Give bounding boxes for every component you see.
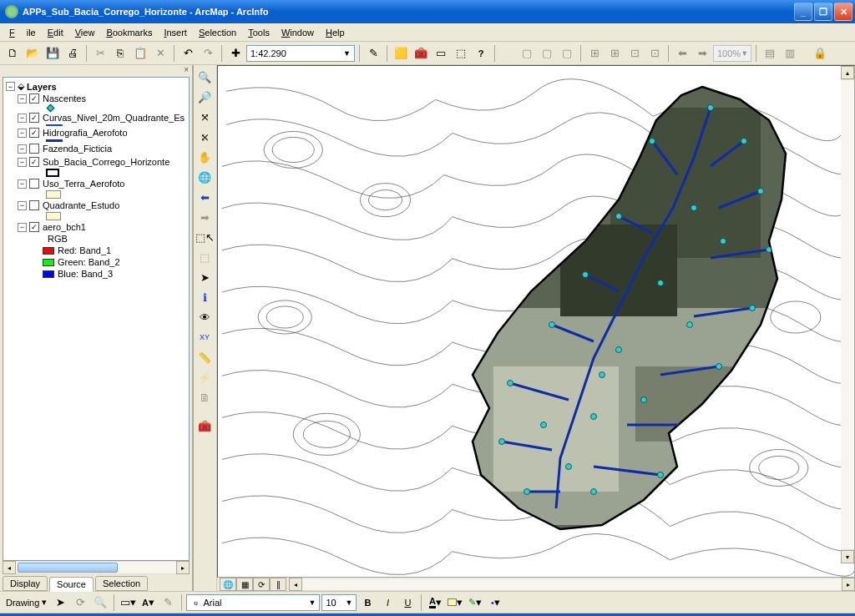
collapse-icon[interactable]: − [18,129,27,138]
layer-checkbox[interactable] [29,179,39,189]
find-button[interactable]: 👁 [195,308,214,326]
layer-name[interactable]: Fazenda_Ficticia [43,144,112,154]
font-color-button[interactable]: A▾ [426,593,444,612]
layer-checkbox[interactable] [29,113,39,123]
copy-button[interactable]: ⎘ [111,44,129,63]
collapse-icon[interactable]: − [18,158,27,167]
command-line-button[interactable]: ▭ [432,44,450,63]
select-elements-button[interactable]: ➤ [51,593,69,612]
scroll-left-button[interactable]: ◂ [289,578,302,591]
layout-btn6[interactable]: ⊡ [625,44,644,63]
toc-h-scrollbar[interactable]: ◂ ▸ [3,561,190,574]
collapse-icon[interactable]: − [18,114,27,123]
layer-checkbox[interactable] [29,144,39,154]
print-button[interactable]: 🖨 [63,44,82,63]
toc-tree[interactable]: − ⬙ Layers −Nascentes −Curvas_Nivel_20m_… [3,77,190,561]
drawing-label[interactable]: Drawing ▾ [3,595,49,609]
layout-view-button[interactable]: ▦ [236,578,253,591]
layer-checkbox[interactable] [29,128,39,138]
model-builder-button[interactable]: ⬚ [452,44,470,63]
layer-name[interactable]: Uso_Terra_Aerofoto [43,179,124,189]
rotate-button[interactable]: ⟳ [71,593,89,612]
menu-bookmarks[interactable]: Bookmarks [100,26,158,39]
chevron-down-icon[interactable]: ▼ [343,49,351,58]
map-scale-input[interactable]: 1:42.290 ▼ [246,45,355,62]
chevron-down-icon[interactable]: ▼ [346,598,353,607]
arctoolbox-button[interactable]: 🧰 [412,44,430,63]
layer-name[interactable]: Curvas_Nivel_20m_Quadrante_Es [43,113,185,123]
font-size-select[interactable]: 10 ▼ [321,594,357,611]
delete-button[interactable]: ✕ [151,44,169,63]
collapse-icon[interactable]: − [18,201,27,210]
full-extent-button[interactable]: 🌐 [195,168,214,186]
menu-help[interactable]: Help [320,26,351,39]
fixed-zoom-out-button[interactable]: ⤪ [195,128,214,146]
lock-button[interactable]: 🔒 [811,44,829,63]
layout-btn4[interactable]: ⊞ [585,44,604,63]
minimize-button[interactable]: _ [794,3,812,21]
identify-button[interactable]: ℹ [195,288,214,306]
tab-selection[interactable]: Selection [95,576,148,591]
map-v-scrollbar[interactable]: ▴ ▾ [841,66,854,563]
data-view-button[interactable]: 🌐 [220,578,236,591]
bold-button[interactable]: B [358,593,377,612]
edit-vertices-button[interactable]: ✎ [159,593,177,612]
italic-button[interactable]: I [378,593,397,612]
menu-window[interactable]: Window [276,26,320,39]
new-text-button[interactable]: A▾ [139,593,157,612]
layout-btn2[interactable]: ▢ [538,44,556,63]
menu-file[interactable]: File [3,26,42,39]
hyperlink-button[interactable]: ⚡ [195,368,214,386]
prev-extent-button[interactable]: ⬅ [673,44,691,63]
fill-color-button[interactable]: ▾ [446,593,464,612]
arccatalog-button[interactable]: 🟨 [392,44,410,63]
menu-tools[interactable]: Tools [242,26,276,39]
pause-draw-button[interactable]: ‖ [270,578,286,591]
line-color-button[interactable]: ✎▾ [466,593,484,612]
open-button[interactable]: 📂 [23,44,42,63]
cut-button[interactable]: ✂ [91,44,109,63]
scroll-right-button[interactable]: ▸ [176,561,190,574]
map-canvas[interactable]: ▴ ▾ [217,65,855,578]
layer-name[interactable]: aero_bch1 [43,222,86,232]
marker-color-button[interactable]: •▾ [486,593,504,612]
fixed-zoom-in-button[interactable]: ⤧ [195,108,214,126]
select-elements-button[interactable]: ➤ [195,268,214,286]
layer-checkbox[interactable] [29,93,39,104]
maximize-button[interactable]: ❐ [814,3,832,21]
arctoolbox-window-button[interactable]: 🧰 [195,417,214,435]
measure-button[interactable]: 📏 [195,348,214,366]
underline-button[interactable]: U [398,593,417,612]
layout-btn7[interactable]: ⊡ [645,44,664,63]
whats-this-button[interactable]: ? [472,44,490,63]
collapse-icon[interactable]: − [18,144,27,154]
layer-checkbox[interactable] [29,157,39,167]
layer-checkbox[interactable] [29,200,39,210]
toc-close-button[interactable]: × [0,65,192,77]
select-features-button[interactable]: ⬚↖ [195,228,214,246]
redo-button[interactable]: ↷ [199,44,217,63]
editor-toolbar-button[interactable]: ✎ [364,44,382,63]
save-button[interactable]: 💾 [43,44,62,63]
toggle1-button[interactable]: ▤ [761,44,779,63]
layer-name[interactable]: Sub_Bacia_Corrego_Horizonte [43,157,169,167]
back-extent-button[interactable]: ⬅ [195,188,214,206]
zoom-to-selected-button[interactable]: 🔍 [91,593,109,612]
tab-display[interactable]: Display [3,576,48,591]
forward-extent-button[interactable]: ➡ [195,208,214,226]
collapse-icon[interactable]: − [18,94,27,104]
zoom-in-button[interactable]: 🔍 [195,68,214,86]
scroll-thumb[interactable] [18,563,118,573]
pan-button[interactable]: ✋ [195,148,214,166]
goto-xy-button[interactable]: XY [195,328,214,346]
clear-selection-button[interactable]: ⬚ [195,248,214,266]
layer-name[interactable]: Hidrografia_Aerofoto [43,128,128,138]
collapse-icon[interactable]: − [18,179,27,189]
menu-view[interactable]: View [69,26,101,39]
undo-button[interactable]: ↶ [179,44,197,63]
tab-source[interactable]: Source [49,577,94,592]
layer-checkbox[interactable] [29,222,39,232]
layer-name[interactable]: Nascentes [43,93,86,104]
new-rectangle-button[interactable]: ▭▾ [119,593,137,612]
layer-name[interactable]: Quadrante_Estudo [43,200,119,210]
